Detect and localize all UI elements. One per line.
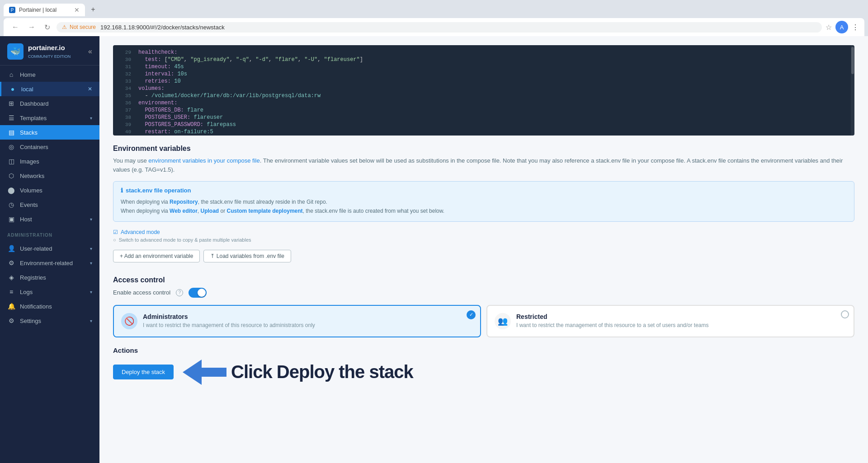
- administrators-card-title: Administrators: [143, 313, 315, 320]
- deploy-stack-button[interactable]: Deploy the stack: [113, 365, 174, 379]
- sidebar-collapse-button[interactable]: «: [88, 47, 92, 56]
- sidebar-item-networks[interactable]: ⬡ Networks: [0, 168, 99, 183]
- sidebar-item-user-related[interactable]: 👤 User-related ▾: [0, 241, 99, 256]
- load-env-file-button[interactable]: ⤒ Load variables from .env file: [203, 250, 291, 262]
- access-card-administrators[interactable]: 🚫 Administrators I want to restrict the …: [113, 305, 481, 337]
- browser-toolbar: ← → ↻ ⚠ Not secure 192.168.1.18:9000/#!/…: [4, 18, 864, 36]
- sidebar-item-settings[interactable]: ⚙ Settings ▾: [0, 313, 99, 328]
- refresh-button[interactable]: ↻: [42, 22, 53, 33]
- code-line-34: 34 volumes:: [113, 85, 854, 92]
- sidebar-item-environment-related[interactable]: ⚙ Environment-related ▾: [0, 256, 99, 270]
- env-vars-title: Environment variables: [113, 145, 854, 153]
- sidebar-item-local-label: local: [21, 86, 83, 93]
- home-icon: ⌂: [7, 71, 15, 78]
- code-line-40: 40 restart: on-failure:5: [113, 128, 854, 136]
- add-env-var-button[interactable]: + Add an environment variable: [113, 250, 200, 262]
- sidebar-item-host[interactable]: ▣ Host ▾: [0, 212, 99, 226]
- env-vars-link[interactable]: environment variables in your compose fi…: [148, 157, 259, 164]
- administrators-card-check: ✓: [467, 310, 476, 319]
- deploy-area: Deploy the stack Click Deploy the stack: [113, 360, 854, 385]
- sidebar-item-notifications[interactable]: 🔔 Notifications: [0, 299, 99, 313]
- templates-expand-icon: ▾: [90, 116, 92, 121]
- profile-avatar[interactable]: A: [835, 21, 848, 33]
- close-icon[interactable]: ✕: [88, 86, 92, 92]
- env-vars-actions: + Add an environment variable ⤒ Load var…: [113, 250, 854, 262]
- code-line-35: 35 - /volume1/docker/flare/db:/var/lib/p…: [113, 92, 854, 99]
- stack-env-info-body: When deploying via Repository, the stack…: [121, 197, 847, 216]
- arrow-graphic: [183, 360, 226, 385]
- notifications-icon: 🔔: [7, 303, 15, 310]
- sidebar-item-home-label: Home: [20, 71, 92, 78]
- actions-section: Actions Deploy the stack Click Deploy th…: [113, 346, 854, 385]
- arrow-head-left: [183, 360, 202, 385]
- code-scrollbar[interactable]: [851, 45, 854, 136]
- sidebar-item-stacks[interactable]: ▤ Stacks: [0, 125, 99, 140]
- logo-text: portainer.io COMMUNITY EDITION: [28, 43, 71, 60]
- endpoint-icon: ●: [9, 85, 17, 93]
- annotation-text: Click Deploy the stack: [231, 362, 413, 382]
- actions-title: Actions: [113, 346, 854, 354]
- images-icon: ◫: [7, 158, 15, 165]
- access-control-toggle[interactable]: [189, 288, 207, 298]
- annotation-arrow-container: Click Deploy the stack: [183, 360, 413, 385]
- active-tab[interactable]: P Portainer | local ✕: [4, 4, 85, 16]
- sidebar-logo: 🐳 portainer.io COMMUNITY EDITION «: [0, 36, 99, 65]
- access-card-restricted-text: Restricted I want to restrict the manage…: [516, 313, 709, 328]
- access-card-restricted[interactable]: 👥 Restricted I want to restrict the mana…: [486, 305, 854, 337]
- sidebar-item-settings-label: Settings: [20, 318, 85, 324]
- user-related-icon: 👤: [7, 245, 15, 252]
- restricted-card-radio: [841, 310, 849, 318]
- browser-tabs: P Portainer | local ✕ +: [4, 3, 864, 16]
- code-line-38: 38 POSTGRES_USER: flareuser: [113, 114, 854, 121]
- code-line-33: 33 retries: 10: [113, 78, 854, 85]
- forward-button[interactable]: →: [25, 22, 38, 32]
- sidebar-item-templates[interactable]: ☰ Templates ▾: [0, 111, 99, 125]
- new-tab-button[interactable]: +: [86, 3, 100, 16]
- sidebar-item-dashboard[interactable]: ⊞ Dashboard: [0, 96, 99, 111]
- address-bar[interactable]: ⚠ Not secure 192.168.1.18:9000/#!/2/dock…: [57, 22, 822, 33]
- sidebar-item-volumes[interactable]: ⬤ Volumes: [0, 183, 99, 197]
- logs-expand-icon: ▾: [90, 290, 92, 295]
- sidebar-item-host-label: Host: [20, 216, 85, 223]
- sidebar-item-user-related-label: User-related: [20, 245, 85, 252]
- code-line-32: 32 interval: 10s: [113, 70, 854, 78]
- code-scrollbar-thumb: [851, 47, 854, 74]
- logo-icon: 🐳: [7, 43, 24, 60]
- sidebar-item-local[interactable]: ● local ✕: [0, 82, 99, 96]
- sidebar-item-dashboard-label: Dashboard: [20, 100, 92, 107]
- code-editor: 29 healthcheck: 30 test: ["CMD", "pg_isr…: [113, 45, 854, 136]
- dashboard-icon: ⊞: [7, 100, 15, 107]
- access-control-title: Access control: [113, 276, 854, 284]
- environment-expand-icon: ▾: [90, 261, 92, 266]
- registries-icon: ◈: [7, 274, 15, 281]
- admin-section-label: Administration: [0, 228, 99, 239]
- sidebar: 🐳 portainer.io COMMUNITY EDITION « ⌂ Hom…: [0, 36, 99, 463]
- url-text: 192.168.1.18:9000/#!/2/docker/stacks/new…: [100, 24, 225, 31]
- tab-close-button[interactable]: ✕: [74, 6, 80, 14]
- back-button[interactable]: ←: [9, 22, 22, 32]
- restricted-card-title: Restricted: [516, 313, 709, 320]
- sidebar-item-registries[interactable]: ◈ Registries: [0, 270, 99, 285]
- advanced-mode-toggle[interactable]: ☑ Advanced mode: [113, 229, 854, 235]
- sidebar-item-home[interactable]: ⌂ Home: [0, 67, 99, 82]
- sidebar-item-notifications-label: Notifications: [20, 303, 92, 310]
- menu-icon[interactable]: ⋮: [852, 23, 859, 32]
- sidebar-item-images-label: Images: [20, 158, 92, 165]
- sidebar-item-registries-label: Registries: [20, 274, 92, 281]
- restricted-icon: 👥: [495, 313, 511, 329]
- browser-chrome: P Portainer | local ✕ + ← → ↻ ⚠ Not secu…: [0, 0, 868, 36]
- env-vars-section: Environment variables You may use enviro…: [113, 145, 854, 262]
- bookmark-icon[interactable]: ☆: [826, 23, 832, 32]
- host-expand-icon: ▾: [90, 217, 92, 222]
- sidebar-item-events[interactable]: ◷ Events: [0, 197, 99, 212]
- sidebar-item-images[interactable]: ◫ Images: [0, 154, 99, 168]
- access-control-help-icon[interactable]: ?: [176, 289, 183, 296]
- sidebar-item-networks-label: Networks: [20, 173, 92, 179]
- access-card-administrators-text: Administrators I want to restrict the ma…: [143, 313, 315, 328]
- code-line-31: 31 timeout: 45s: [113, 63, 854, 70]
- events-icon: ◷: [7, 201, 15, 208]
- restricted-card-desc: I want to restrict the management of thi…: [516, 322, 709, 328]
- stacks-icon: ▤: [7, 129, 15, 136]
- sidebar-item-containers[interactable]: ◎ Containers: [0, 140, 99, 154]
- sidebar-item-logs[interactable]: ≡ Logs ▾: [0, 285, 99, 299]
